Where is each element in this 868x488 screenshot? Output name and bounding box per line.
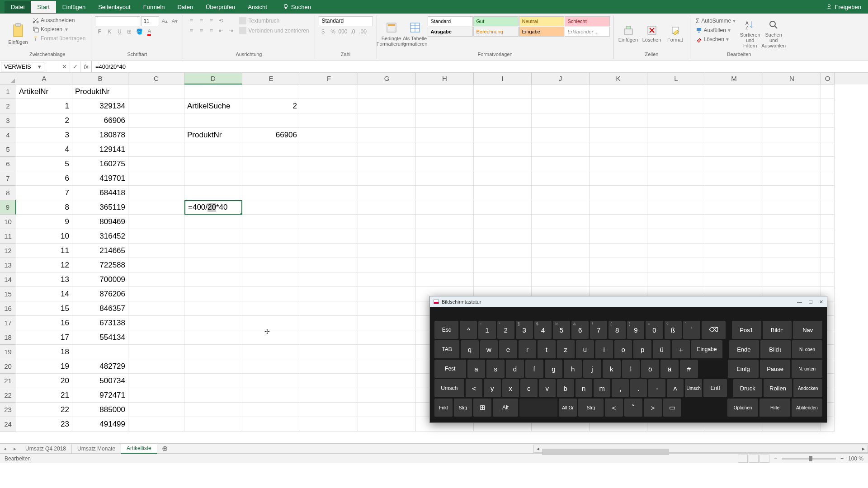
cell-O3[interactable] <box>821 113 835 128</box>
cell-E3[interactable] <box>242 113 300 128</box>
cell-G6[interactable] <box>358 157 416 171</box>
osk-key-1[interactable]: !1 <box>478 321 495 339</box>
tell-me-search[interactable]: Suchen <box>283 4 311 10</box>
cell-D19[interactable] <box>184 345 242 359</box>
cell-K6[interactable] <box>590 157 647 171</box>
cell-H4[interactable] <box>416 128 474 142</box>
style-eingabe[interactable]: Eingabe <box>519 27 564 37</box>
osk-key-v[interactable]: v <box>539 379 556 397</box>
osk-key-9[interactable]: )9 <box>627 321 644 339</box>
cell-K4[interactable] <box>590 128 647 142</box>
cell-K14[interactable] <box>590 272 647 287</box>
cell-E11[interactable] <box>242 229 300 244</box>
select-all-corner[interactable] <box>0 73 16 84</box>
cell-C14[interactable] <box>128 272 184 287</box>
cell-C7[interactable] <box>128 171 184 186</box>
format-cells-button[interactable]: Format <box>665 16 686 52</box>
osk-minimize-button[interactable]: — <box>797 299 802 305</box>
cell-F1[interactable] <box>300 84 358 99</box>
cell-A13[interactable]: 12 <box>16 258 72 272</box>
cell-M7[interactable] <box>705 171 763 186</box>
cell-G1[interactable] <box>358 84 416 99</box>
zoom-level[interactable]: 100 % <box>848 455 863 462</box>
osk-key-b[interactable]: b <box>557 379 574 397</box>
osk-key-sym[interactable]: . <box>630 379 647 397</box>
cell-C19[interactable] <box>128 345 184 359</box>
cell-E5[interactable] <box>242 142 300 157</box>
cell-B11[interactable]: 316452 <box>72 229 128 244</box>
cell-D14[interactable] <box>184 272 242 287</box>
cell-D17[interactable] <box>184 316 242 330</box>
cell-L6[interactable] <box>647 157 705 171</box>
cell-E7[interactable] <box>242 171 300 186</box>
cell-G20[interactable] <box>358 359 416 374</box>
osk-key-i[interactable]: i <box>595 340 613 358</box>
row-header-18[interactable]: 18 <box>0 330 16 345</box>
sheet-nav-next[interactable]: ▸ <box>10 446 20 452</box>
thousands-button[interactable]: 000 <box>339 27 348 36</box>
row-header-23[interactable]: 23 <box>0 403 16 417</box>
cell-A22[interactable]: 21 <box>16 388 72 403</box>
cell-F22[interactable] <box>300 388 358 403</box>
cell-J13[interactable] <box>532 258 590 272</box>
align-center-button[interactable]: ≡ <box>197 26 206 35</box>
cell-N1[interactable] <box>763 84 821 99</box>
cell-I14[interactable] <box>474 272 532 287</box>
osk-key-l[interactable]: l <box>622 360 640 378</box>
cell-L13[interactable] <box>647 258 705 272</box>
percent-button[interactable]: % <box>329 27 338 36</box>
cell-F16[interactable] <box>300 301 358 316</box>
cell-D16[interactable] <box>184 301 242 316</box>
cell-I4[interactable] <box>474 128 532 142</box>
cell-O8[interactable] <box>821 186 835 200</box>
find-select-button[interactable]: Suchen und Auswählen <box>763 16 784 52</box>
col-header-D[interactable]: D <box>184 73 242 84</box>
cell-H6[interactable] <box>416 157 474 171</box>
cell-E6[interactable] <box>242 157 300 171</box>
cell-B7[interactable]: 419701 <box>72 171 128 186</box>
cell-B19[interactable] <box>72 345 128 359</box>
osk-key-h[interactable]: h <box>564 360 582 378</box>
conditional-formatting-button[interactable]: Bedingte Formatierung <box>381 16 402 52</box>
cell-G2[interactable] <box>358 99 416 113</box>
cell-E17[interactable] <box>242 316 300 330</box>
col-header-C[interactable]: C <box>128 73 184 84</box>
cell-A23[interactable]: 22 <box>16 403 72 417</box>
cell-C10[interactable] <box>128 215 184 229</box>
autosum-button[interactable]: ΣAutoSumme▾ <box>694 16 738 25</box>
cell-C12[interactable] <box>128 244 184 258</box>
cell-J3[interactable] <box>532 113 590 128</box>
osk-key-sym[interactable]: + <box>672 340 689 358</box>
cell-L7[interactable] <box>647 171 705 186</box>
tab-layout[interactable]: Seitenlayout <box>92 1 137 13</box>
fill-button[interactable]: Ausfüllen▾ <box>694 26 738 34</box>
cell-H14[interactable] <box>416 272 474 287</box>
cell-B4[interactable]: 180878 <box>72 128 128 142</box>
cell-N4[interactable] <box>763 128 821 142</box>
osk-key-sym[interactable]: - <box>648 379 665 397</box>
osk-key-Optionen[interactable]: Optionen <box>727 399 758 417</box>
cell-F14[interactable] <box>300 272 358 287</box>
cell-D3[interactable] <box>184 113 242 128</box>
cell-D9[interactable]: =400/20*40 <box>184 200 242 215</box>
osk-key-o[interactable]: o <box>614 340 632 358</box>
cell-F21[interactable] <box>300 374 358 388</box>
cell-O9[interactable] <box>821 200 835 215</box>
cell-B5[interactable]: 129141 <box>72 142 128 157</box>
col-header-M[interactable]: M <box>705 73 763 84</box>
zoom-out-button[interactable]: − <box>774 455 777 462</box>
cell-L8[interactable] <box>647 186 705 200</box>
cell-C2[interactable] <box>128 99 184 113</box>
orientation-button[interactable]: ⟲ <box>217 16 226 25</box>
cell-C5[interactable] <box>128 142 184 157</box>
border-button[interactable]: ⊞ <box>125 27 134 36</box>
osk-key-sym[interactable]: ö <box>641 360 659 378</box>
row-header-4[interactable]: 4 <box>0 128 16 142</box>
cell-N13[interactable] <box>763 258 821 272</box>
osk-key-Pause[interactable]: Pause <box>760 360 791 378</box>
osk-key-p[interactable]: p <box>633 340 651 358</box>
cell-E16[interactable] <box>242 301 300 316</box>
cell-G19[interactable] <box>358 345 416 359</box>
cell-F23[interactable] <box>300 403 358 417</box>
cell-F6[interactable] <box>300 157 358 171</box>
